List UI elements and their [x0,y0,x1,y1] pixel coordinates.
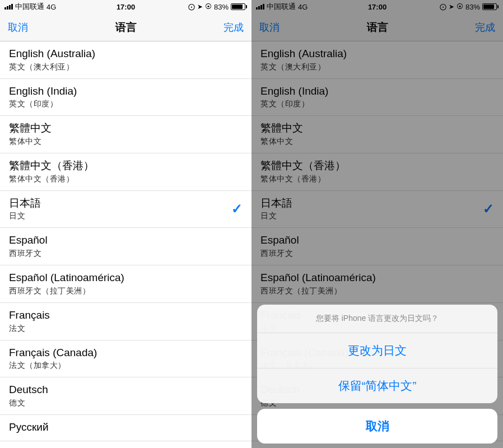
language-name: 繁體中文（香港） [9,159,94,173]
change-language-button[interactable]: 更改为日文 [257,333,497,368]
nav-bar: 取消 语言 完成 [0,13,252,41]
language-row[interactable]: Русский [0,415,252,441]
done-button[interactable]: 完成 [223,21,244,34]
language-list[interactable]: English (Australia)英文（澳大利亚）English (Indi… [0,41,252,448]
signal-icon [4,4,13,10]
keep-language-button[interactable]: 保留“简体中文” [257,368,497,403]
language-name: English (Australia) [9,47,95,61]
language-name: Deutsch [9,383,48,397]
language-row[interactable]: English (Australia)英文（澳大利亚） [0,41,252,79]
action-sheet: 您要将 iPhone 语言更改为日文吗？ 更改为日文 保留“简体中文” 取消 [257,305,497,444]
network-label: 4G [46,3,56,11]
alarm-icon: ⦿ [205,3,212,11]
language-name: Français [9,309,50,323]
battery-percent: 83% [214,3,229,11]
sheet-cancel-button[interactable]: 取消 [257,409,497,444]
language-subtitle: 西班牙文 [9,249,48,259]
language-row[interactable]: Français法文 [0,303,252,340]
carrier-label: 中国联通 [15,2,44,12]
language-row[interactable]: English (India)英文（印度） [0,79,252,116]
language-subtitle: 西班牙文（拉丁美洲） [9,286,124,296]
battery-icon [231,3,247,10]
checkmark-icon: ✓ [231,201,243,217]
language-row[interactable]: 日本語日文✓ [0,191,252,228]
page-title: 语言 [0,20,252,35]
location-icon: ➤ [197,3,203,11]
language-name: Русский [9,421,49,435]
language-name: 繁體中文 [9,122,52,136]
screen-language-list: 中国联通 4G 17:00 ⨀ ➤ ⦿ 83% 取消 语言 完成 English… [0,0,252,448]
language-subtitle: 法文 [9,324,50,334]
language-subtitle: 繁体中文 [9,137,52,147]
language-subtitle: 德文 [9,398,48,408]
language-row[interactable]: Español (Latinoamérica)西班牙文（拉丁美洲） [0,265,252,303]
language-row[interactable]: 繁體中文繁体中文 [0,116,252,153]
language-subtitle: 繁体中文（香港） [9,174,94,184]
language-subtitle: 法文（加拿大） [9,361,97,371]
language-row[interactable]: 繁體中文（香港）繁体中文（香港） [0,153,252,191]
status-bar: 中国联通 4G 17:00 ⨀ ➤ ⦿ 83% [0,0,252,13]
cancel-button[interactable]: 取消 [8,21,28,34]
sheet-message: 您要将 iPhone 语言更改为日文吗？ [257,305,497,333]
language-subtitle: 英文（印度） [9,99,77,109]
rotation-lock-icon: ⨀ [188,3,195,11]
language-row[interactable]: Español西班牙文 [0,228,252,265]
screen-confirm-sheet: 中国联通 4G 17:00 ⨀ ➤ ⦿ 83% 取消 语言 完成 [252,0,503,448]
language-name: Español (Latinoamérica) [9,271,124,285]
language-name: Español [9,234,48,248]
language-subtitle: 英文（澳大利亚） [9,62,95,72]
language-name: Français (Canada) [9,346,97,360]
language-name: 日本語 [9,197,41,211]
language-row[interactable]: Deutsch德文 [0,377,252,415]
language-name: English (India) [9,85,77,99]
language-subtitle: 日文 [9,211,41,221]
language-row[interactable]: Français (Canada)法文（加拿大） [0,340,252,378]
